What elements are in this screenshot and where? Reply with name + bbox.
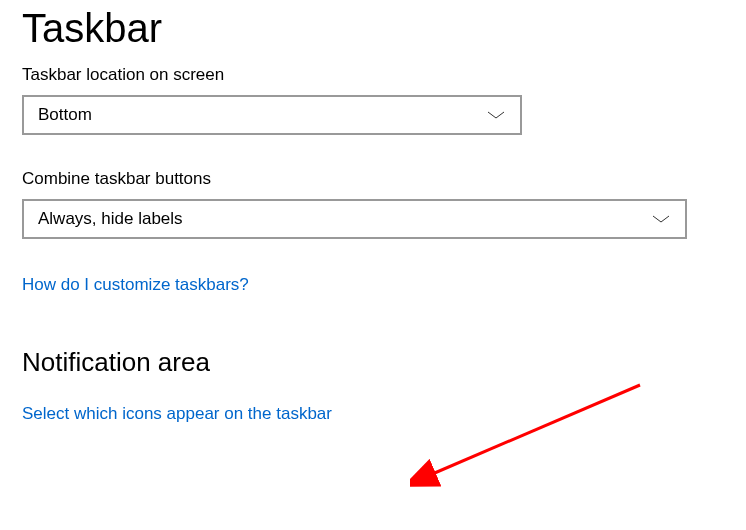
- chevron-down-icon: [651, 214, 671, 224]
- taskbar-location-label: Taskbar location on screen: [22, 65, 724, 85]
- taskbar-location-dropdown[interactable]: Bottom: [22, 95, 522, 135]
- notification-area-title: Notification area: [22, 347, 724, 378]
- customize-taskbars-link[interactable]: How do I customize taskbars?: [22, 275, 249, 295]
- select-icons-link[interactable]: Select which icons appear on the taskbar: [22, 404, 332, 424]
- combine-buttons-label: Combine taskbar buttons: [22, 169, 724, 189]
- taskbar-location-value: Bottom: [38, 105, 92, 125]
- chevron-down-icon: [486, 110, 506, 120]
- combine-buttons-dropdown[interactable]: Always, hide labels: [22, 199, 687, 239]
- combine-buttons-value: Always, hide labels: [38, 209, 183, 229]
- page-title: Taskbar: [22, 6, 724, 51]
